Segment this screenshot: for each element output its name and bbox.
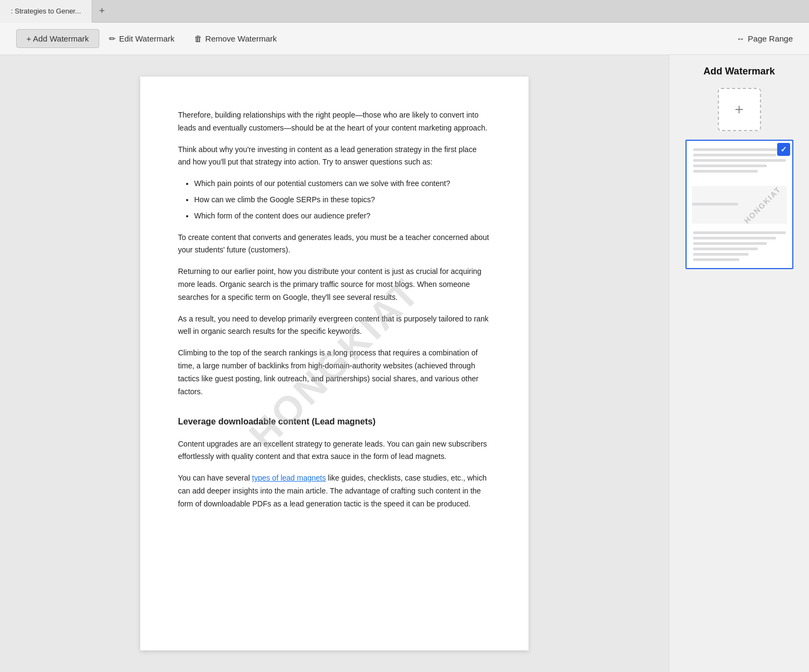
list-item: How can we climb the Google SERPs in the… xyxy=(194,194,491,207)
preview-line xyxy=(693,253,749,256)
page-content: Therefore, building relationships with t… xyxy=(178,109,491,511)
page-container: HONGKIAT Therefore, building relationshi… xyxy=(140,77,529,650)
preview-line xyxy=(693,159,786,162)
preview-lines-bottom xyxy=(687,227,792,261)
panel-title: Add Watermark xyxy=(678,66,800,77)
preview-line xyxy=(693,248,758,250)
preview-line xyxy=(693,164,767,167)
page-range-label: Page Range xyxy=(748,34,793,43)
preview-line xyxy=(693,242,767,245)
preview-line xyxy=(693,170,758,173)
list-item: Which form of the content does our audie… xyxy=(194,210,491,223)
preview-lines-top xyxy=(687,141,792,183)
paragraph-1: Therefore, building relationships with t… xyxy=(178,109,491,135)
document-area: HONGKIAT Therefore, building relationshi… xyxy=(0,55,669,672)
add-icon: + xyxy=(735,101,743,118)
lead-magnets-link[interactable]: types of lead magnets xyxy=(252,474,326,482)
list-item: Which pain points of our potential custo… xyxy=(194,177,491,190)
paragraph-7: Content upgrades are an excellent strate… xyxy=(178,438,491,464)
edit-icon: ✏ xyxy=(109,34,116,44)
pagerange-icon: ↔ xyxy=(737,34,745,43)
preview-line xyxy=(693,231,786,234)
paragraph-4: Returning to our earlier point, how you … xyxy=(178,265,491,304)
tab-item[interactable]: : Strategies to Gener... xyxy=(0,0,92,23)
preview-watermark-area: HONGKIAT xyxy=(692,186,787,224)
trash-icon: 🗑 xyxy=(194,34,202,43)
paragraph-8: You can have several types of lead magne… xyxy=(178,472,491,510)
add-new-watermark-button[interactable]: + xyxy=(718,88,761,131)
section-heading: Leverage downloadable content (Lead magn… xyxy=(178,414,491,429)
paragraph-2: Think about why you're investing in cont… xyxy=(178,143,491,169)
paragraph-5: As a result, you need to develop primari… xyxy=(178,313,491,339)
edit-watermark-button[interactable]: ✏ Edit Watermark xyxy=(99,30,184,48)
preview-line xyxy=(692,203,738,205)
remove-watermark-label: Remove Watermark xyxy=(205,34,277,43)
tab-bar: : Strategies to Gener... + xyxy=(0,0,809,23)
selected-checkmark: ✓ xyxy=(777,143,790,156)
remove-watermark-button[interactable]: 🗑 Remove Watermark xyxy=(184,30,287,47)
preview-line xyxy=(693,148,786,151)
toolbar: + Add Watermark ✏ Edit Watermark 🗑 Remov… xyxy=(0,23,809,55)
main-layout: HONGKIAT Therefore, building relationshi… xyxy=(0,55,809,672)
preview-watermark-text: HONGKIAT xyxy=(742,186,783,224)
watermark-preview-card[interactable]: ✓ HONGKIAT xyxy=(685,140,793,269)
bullet-list: Which pain points of our potential custo… xyxy=(194,177,491,222)
add-watermark-button[interactable]: + Add Watermark xyxy=(16,29,99,48)
preview-line xyxy=(693,258,739,261)
edit-watermark-label: Edit Watermark xyxy=(119,34,175,43)
add-watermark-label: + Add Watermark xyxy=(26,34,89,43)
plus-icon: + xyxy=(99,5,105,17)
paragraph-3: To create content that converts and gene… xyxy=(178,231,491,257)
preview-line xyxy=(693,154,777,156)
page-range-button[interactable]: ↔ Page Range xyxy=(737,34,793,43)
tab-label: : Strategies to Gener... xyxy=(11,7,81,15)
preview-line xyxy=(693,237,777,239)
paragraph-6: Climbing to the top of the search rankin… xyxy=(178,347,491,398)
right-panel: Add Watermark + ✓ HONGKIAT xyxy=(669,55,809,672)
new-tab-button[interactable]: + xyxy=(92,0,112,23)
